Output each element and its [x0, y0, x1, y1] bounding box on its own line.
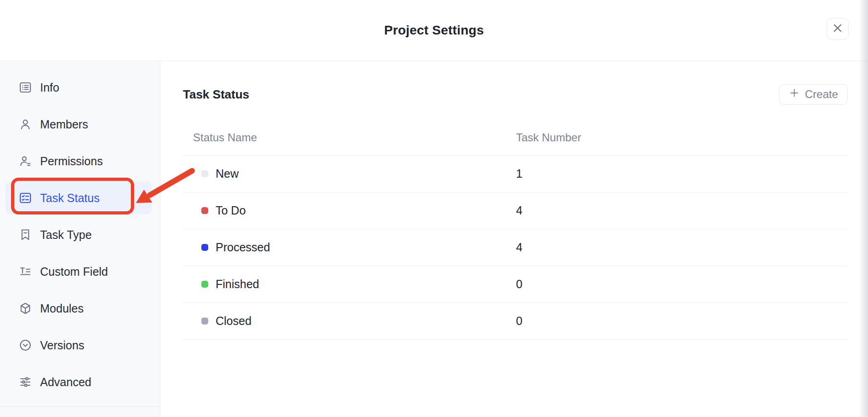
- sidebar-item-label: Task Type: [40, 228, 92, 242]
- task-status-table: Status Name Task Number New 1 To Do 4: [183, 120, 848, 340]
- status-color-dot: [201, 281, 208, 288]
- column-header-task-number: Task Number: [516, 131, 581, 144]
- user-equals-icon: [18, 154, 32, 168]
- sidebar-item-advanced[interactable]: Advanced: [0, 364, 160, 400]
- create-button-label: Create: [805, 88, 838, 101]
- task-count: 0: [516, 314, 522, 328]
- sidebar-item-modules[interactable]: Modules: [0, 290, 160, 327]
- status-color-dot: [201, 318, 208, 324]
- task-count: 0: [516, 278, 522, 291]
- settings-sidebar: Info Members Permissions: [0, 61, 160, 417]
- sidebar-item-label: Custom Field: [40, 265, 108, 278]
- sidebar-item-label: Info: [40, 81, 59, 94]
- sidebar-item-label: Members: [40, 118, 88, 131]
- table-header-row: Status Name Task Number: [183, 120, 848, 156]
- sidebar-item-permissions[interactable]: Permissions: [0, 143, 160, 180]
- task-count: 4: [516, 204, 522, 217]
- list-square-icon: [18, 81, 32, 94]
- table-row[interactable]: Processed 4: [183, 229, 848, 266]
- sidebar-item-custom-field[interactable]: Custom Field: [0, 253, 160, 290]
- user-icon: [18, 117, 32, 131]
- status-color-dot: [201, 244, 208, 251]
- bookmark-minus-icon: [18, 228, 32, 242]
- close-icon: [832, 22, 844, 36]
- task-count: 4: [516, 241, 522, 254]
- status-color-dot: [201, 170, 208, 177]
- sidebar-item-label: Task Status: [40, 191, 100, 205]
- chevron-circle-icon: [18, 338, 32, 352]
- sidebar-item-versions[interactable]: Versions: [0, 327, 160, 364]
- plus-icon: [789, 87, 800, 101]
- page-title: Project Settings: [384, 23, 484, 38]
- column-header-status-name: Status Name: [183, 131, 516, 144]
- sidebar-bottom-divider: [0, 406, 160, 407]
- sidebar-item-label: Permissions: [40, 155, 103, 168]
- table-row[interactable]: New 1: [183, 156, 848, 192]
- task-count: 1: [516, 167, 522, 180]
- text-field-icon: [18, 265, 32, 278]
- checklist-icon: [18, 191, 32, 205]
- sidebar-item-task-status[interactable]: Task Status: [0, 180, 160, 216]
- status-name: Closed: [216, 314, 252, 328]
- sidebar-item-task-type[interactable]: Task Type: [0, 216, 160, 253]
- create-button[interactable]: Create: [779, 84, 848, 104]
- close-button[interactable]: [827, 18, 849, 40]
- status-color-dot: [201, 207, 208, 214]
- task-status-panel: Task Status Create Status Name Task Numb…: [160, 61, 868, 417]
- table-row[interactable]: Closed 0: [183, 303, 848, 340]
- cube-icon: [18, 301, 32, 315]
- sidebar-item-members[interactable]: Members: [0, 106, 160, 143]
- sidebar-item-label: Modules: [40, 302, 84, 315]
- modal-header: Project Settings: [0, 0, 868, 61]
- table-row[interactable]: To Do 4: [183, 192, 848, 229]
- status-name: Processed: [216, 241, 270, 254]
- table-row[interactable]: Finished 0: [183, 266, 848, 303]
- section-title: Task Status: [183, 87, 249, 102]
- status-name: New: [216, 167, 239, 180]
- modal-body: Info Members Permissions: [0, 61, 868, 417]
- sidebar-item-label: Advanced: [40, 376, 91, 389]
- status-name: To Do: [216, 204, 246, 217]
- sidebar-item-label: Versions: [40, 339, 84, 352]
- status-name: Finished: [216, 278, 259, 291]
- sliders-icon: [18, 375, 32, 389]
- sidebar-item-info[interactable]: Info: [0, 69, 160, 106]
